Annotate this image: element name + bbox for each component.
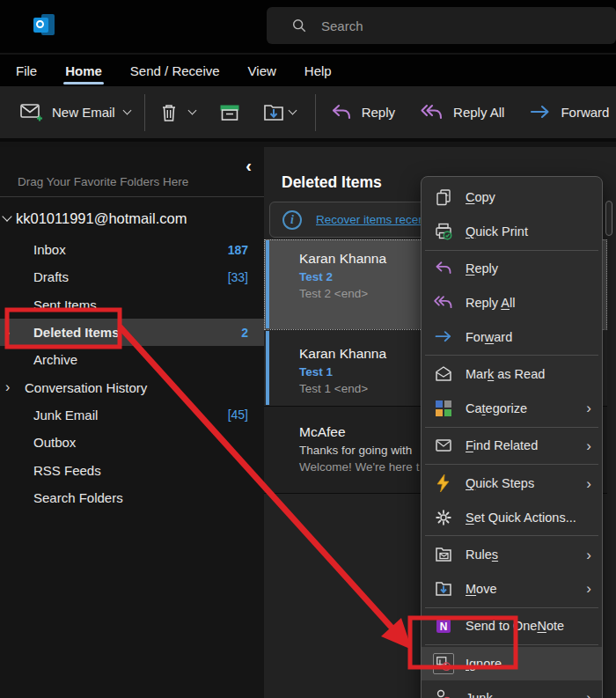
new-email-icon — [19, 102, 43, 123]
menu-item-copy[interactable]: Copy — [422, 180, 602, 215]
menu-help[interactable]: Help — [304, 63, 332, 78]
unread-indicator — [266, 240, 269, 328]
print-icon — [433, 221, 454, 242]
folder-conversation-history[interactable]: › Conversation History — [0, 373, 264, 400]
menu-item-reply-all[interactable]: Reply All — [422, 286, 602, 320]
gear-icon — [433, 507, 454, 528]
menu-item-quick-print[interactable]: Quick Print — [422, 215, 602, 249]
junk-icon — [433, 687, 454, 698]
folder-junk-email[interactable]: Junk Email [45] — [0, 401, 264, 429]
folder-search-folders[interactable]: Search Folders — [0, 484, 264, 511]
menu-item-send-to-onenote[interactable]: N Send to OneNote — [422, 609, 602, 643]
menu-item-set-quick-actions[interactable]: Set Quick Actions... — [422, 500, 602, 534]
delete-icon[interactable] — [159, 102, 179, 123]
reply-all-icon — [433, 292, 454, 313]
folder-deleted-items[interactable]: › Deleted Items 2 — [0, 319, 264, 346]
reply-icon — [433, 258, 454, 279]
envelope-icon — [433, 435, 454, 456]
menu-item-junk[interactable]: Junk › — [422, 680, 602, 698]
unread-indicator — [266, 331, 269, 405]
favorites-drag-hint: Drag Your Favorite Folders Here — [18, 175, 188, 188]
menu-view[interactable]: View — [248, 63, 276, 78]
folder-outbox[interactable]: Outbox — [0, 429, 264, 456]
menu-home[interactable]: Home — [65, 63, 102, 78]
reply-button[interactable]: Reply — [330, 102, 395, 123]
ribbon-toolbar: New Email — [0, 86, 616, 142]
folder-archive[interactable]: Archive — [0, 346, 264, 373]
submenu-chevron-icon: › — [586, 581, 591, 596]
context-menu: Copy Quick Print Re — [421, 176, 603, 698]
folder-inbox[interactable]: Inbox 187 — [0, 236, 264, 263]
forward-icon — [433, 327, 454, 348]
scrollbar-thumb[interactable] — [605, 201, 612, 236]
ignore-icon — [433, 653, 454, 674]
onenote-icon: N — [433, 615, 454, 636]
lightning-icon — [433, 473, 454, 494]
unread-count: 2 — [241, 326, 248, 340]
categorize-icon — [433, 398, 454, 419]
info-icon: i — [282, 210, 302, 230]
outlook-window: File Home Send / Receive View Help New E… — [0, 0, 616, 698]
copy-icon — [433, 187, 454, 208]
menu-item-quick-steps[interactable]: Quick Steps › — [422, 467, 602, 501]
move-to-dropdown-icon[interactable] — [288, 107, 297, 115]
folder-rss-feeds[interactable]: RSS Feeds — [0, 456, 264, 483]
move-to-icon[interactable] — [262, 102, 285, 123]
new-email-dropdown-icon[interactable] — [122, 107, 131, 115]
menu-send-receive[interactable]: Send / Receive — [130, 63, 220, 78]
unread-count: 187 — [228, 243, 248, 257]
account-chevron-icon — [2, 211, 11, 221]
folder-drafts[interactable]: Drafts [33] — [0, 263, 264, 290]
reply-all-icon — [420, 102, 444, 123]
search-icon — [291, 18, 307, 33]
archive-icon[interactable] — [218, 102, 241, 123]
submenu-chevron-icon: › — [586, 438, 591, 453]
new-email-button[interactable]: New Email — [19, 102, 130, 123]
expand-icon[interactable]: › — [5, 379, 10, 395]
folder-list: Inbox 187 Drafts [33] Sent Items › Delet… — [0, 236, 264, 511]
outlook-logo-icon — [33, 14, 55, 36]
item-count: [33] — [228, 270, 248, 284]
delete-dropdown-icon[interactable] — [187, 107, 196, 115]
folder-sent-items[interactable]: Sent Items — [0, 291, 264, 319]
item-count: [45] — [228, 408, 248, 422]
menu-item-move[interactable]: Move › — [422, 572, 602, 606]
submenu-chevron-icon: › — [586, 547, 591, 562]
expand-icon[interactable]: › — [5, 325, 10, 341]
menu-bar: File Home Send / Receive View Help — [0, 55, 616, 86]
forward-icon — [529, 102, 552, 123]
reply-all-button[interactable]: Reply All — [420, 102, 504, 123]
menu-item-forward[interactable]: Forward — [422, 320, 602, 354]
submenu-chevron-icon: › — [586, 690, 591, 698]
menu-item-mark-as-read[interactable]: Mark as Read — [422, 357, 602, 392]
collapse-pane-icon[interactable]: ‹ — [246, 156, 252, 176]
menu-item-rules[interactable]: Rules › — [422, 538, 602, 572]
move-folder-icon — [433, 578, 454, 599]
open-envelope-icon — [433, 364, 454, 385]
menu-item-find-related[interactable]: Find Related › — [422, 429, 602, 463]
search-input[interactable] — [321, 18, 541, 33]
submenu-chevron-icon: › — [586, 400, 591, 415]
recover-items-link[interactable]: Recover items recen — [316, 213, 425, 226]
svg-text:N: N — [440, 621, 448, 633]
menu-item-ignore[interactable]: Ignore — [422, 647, 602, 681]
account-header[interactable]: kk01011991@hotmail.com — [4, 210, 187, 227]
title-bar — [0, 0, 616, 53]
folder-pane: ‹ Drag Your Favorite Folders Here kk0101… — [0, 147, 264, 698]
menu-file[interactable]: File — [16, 63, 37, 78]
submenu-chevron-icon: › — [586, 476, 591, 491]
rules-icon — [433, 544, 454, 565]
reply-icon — [330, 102, 353, 123]
page-title: Deleted Items — [282, 173, 382, 192]
menu-item-reply[interactable]: Reply — [422, 252, 602, 286]
menu-item-categorize[interactable]: Categorize › — [422, 392, 602, 426]
forward-button[interactable]: Forward — [529, 102, 609, 123]
search-bar[interactable] — [267, 7, 616, 44]
